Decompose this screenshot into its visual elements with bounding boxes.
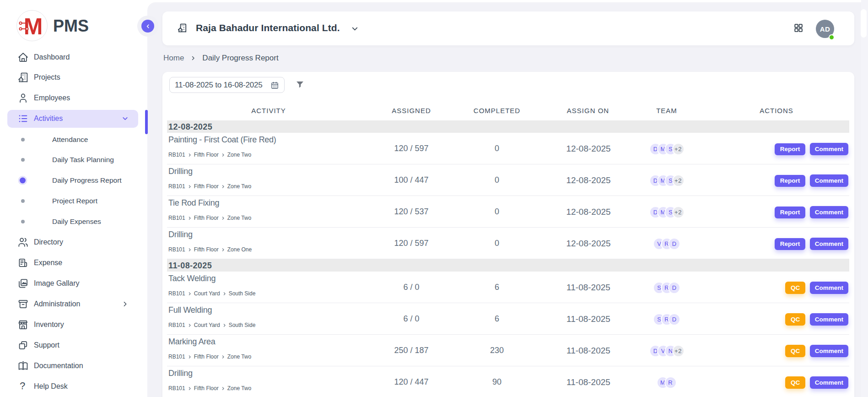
svg-text:M: M	[24, 14, 43, 39]
